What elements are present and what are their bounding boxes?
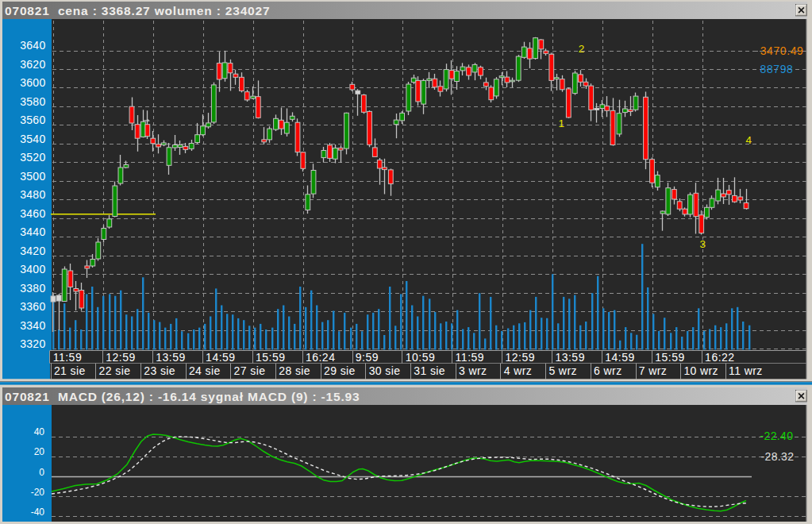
- svg-text:3400: 3400: [20, 263, 45, 275]
- svg-text:28 sie: 28 sie: [279, 364, 310, 377]
- svg-text:6 wrz: 6 wrz: [594, 364, 622, 377]
- svg-text:2: 2: [579, 43, 585, 55]
- svg-text:29 sie: 29 sie: [324, 364, 356, 377]
- svg-text:88798: 88798: [760, 63, 794, 75]
- svg-text:40: 40: [34, 426, 45, 437]
- svg-text:3580: 3580: [20, 95, 45, 108]
- svg-text:15:59: 15:59: [655, 351, 685, 364]
- svg-text:3320: 3320: [20, 337, 45, 350]
- svg-text:23 sie: 23 sie: [144, 364, 175, 377]
- svg-text:31 sie: 31 sie: [414, 364, 445, 377]
- svg-text:14:59: 14:59: [605, 351, 635, 364]
- svg-text:3380: 3380: [20, 282, 45, 295]
- svg-text:5 wrz: 5 wrz: [548, 364, 576, 377]
- svg-text:11:59: 11:59: [456, 351, 485, 364]
- svg-text:3480: 3480: [20, 188, 45, 201]
- svg-text:3: 3: [700, 238, 706, 250]
- svg-text:3440: 3440: [20, 225, 45, 238]
- svg-text:21 sie: 21 sie: [54, 364, 86, 377]
- svg-text:3 wrz: 3 wrz: [459, 364, 487, 377]
- svg-text:070821 cena : 3368.27 wolumen: 070821 cena : 3368.27 wolumen : 234027: [5, 4, 270, 17]
- svg-text:3520: 3520: [20, 151, 45, 164]
- svg-text:16:22: 16:22: [705, 351, 735, 364]
- svg-text:3540: 3540: [20, 133, 45, 145]
- svg-text:1: 1: [559, 118, 565, 129]
- svg-text:3340: 3340: [20, 319, 45, 332]
- svg-text:7 wrz: 7 wrz: [639, 364, 667, 377]
- svg-text:3640: 3640: [20, 39, 45, 52]
- svg-text:4: 4: [746, 134, 752, 146]
- svg-text:13:59: 13:59: [156, 351, 186, 364]
- svg-text:11 wrz: 11 wrz: [729, 364, 763, 377]
- svg-text:-22.40: -22.40: [760, 430, 793, 442]
- svg-text:070821 MACD (26,12) : -16.14: 070821 MACD (26,12) : -16.14 sygnał MACD…: [5, 390, 360, 403]
- svg-text:11:59: 11:59: [53, 351, 83, 364]
- svg-text:22 sie: 22 sie: [99, 364, 131, 377]
- svg-text:9:59: 9:59: [356, 351, 379, 364]
- svg-text:12:59: 12:59: [506, 351, 536, 364]
- svg-text:-40: -40: [31, 507, 45, 518]
- svg-text:10 wrz: 10 wrz: [683, 364, 718, 377]
- svg-text:14:59: 14:59: [206, 351, 236, 364]
- svg-text:3560: 3560: [20, 114, 45, 126]
- svg-text:3460: 3460: [20, 207, 45, 220]
- svg-text:4 wrz: 4 wrz: [504, 364, 532, 377]
- svg-text:3500: 3500: [20, 170, 45, 183]
- svg-text:30 sie: 30 sie: [369, 364, 401, 377]
- svg-text:24 sie: 24 sie: [189, 364, 221, 377]
- svg-text:3420: 3420: [20, 245, 45, 257]
- svg-text:0: 0: [39, 467, 44, 478]
- svg-text:-28.32: -28.32: [760, 450, 794, 463]
- svg-text:12:59: 12:59: [106, 351, 136, 364]
- svg-text:16:24: 16:24: [306, 351, 336, 364]
- svg-text:3620: 3620: [20, 58, 45, 71]
- svg-text:27 sie: 27 sie: [234, 364, 266, 377]
- svg-text:3470.49: 3470.49: [760, 44, 804, 57]
- svg-text:3360: 3360: [20, 300, 45, 313]
- svg-text:3600: 3600: [20, 76, 45, 89]
- svg-text:13:59: 13:59: [555, 351, 585, 364]
- svg-text:-20: -20: [31, 487, 45, 498]
- svg-text:10:59: 10:59: [406, 351, 436, 364]
- svg-text:20: 20: [34, 446, 45, 457]
- svg-text:15:59: 15:59: [256, 351, 286, 364]
